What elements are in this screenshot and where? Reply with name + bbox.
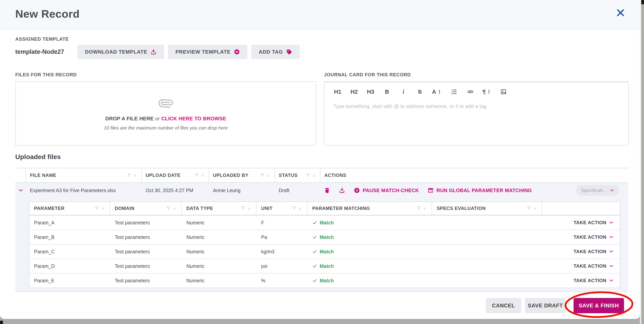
chevron-down-icon: [610, 188, 614, 193]
parameter-name-cell: Param_D: [29, 263, 110, 269]
unit-cell: psi: [256, 263, 308, 269]
sort-down-icon: [100, 206, 105, 211]
download-icon[interactable]: [339, 187, 345, 194]
upload-date-cell: Oct 30, 2025 4:27 PM: [142, 188, 209, 193]
new-record-modal: New Record ASSIGNED TEMPLATE template-No…: [0, 0, 640, 319]
col-label: FILE NAME: [30, 173, 56, 178]
image-icon: [500, 88, 507, 95]
data-type-cell: Numeric: [182, 249, 256, 255]
filter-sort-icons[interactable]: [260, 173, 270, 178]
domain-cell: Test parameters: [110, 234, 182, 240]
filter-sort-icons[interactable]: [526, 206, 537, 211]
check-icon: [312, 220, 317, 225]
italic-button[interactable]: i: [399, 88, 408, 96]
take-action-dropdown[interactable]: TAKE ACTION: [542, 220, 620, 225]
parameter-name-cell: Param_B: [29, 234, 110, 240]
col-label: STATUS: [279, 173, 298, 178]
link-button[interactable]: [466, 88, 475, 96]
specification-dropdown[interactable]: Specificati...: [576, 185, 619, 196]
col-data-type: DATA TYPE: [182, 202, 256, 215]
screen: New Record ASSIGNED TEMPLATE template-No…: [0, 0, 644, 324]
sort-down-icon: [200, 173, 205, 177]
strikethrough-button[interactable]: S: [416, 88, 424, 96]
preview-template-label: PREVIEW TEMPLATE: [176, 49, 230, 55]
pause-match-check-action[interactable]: PAUSE MATCH-CHECK: [354, 187, 419, 194]
col-file-name: FILE NAME: [26, 168, 142, 182]
matching-cell: Match: [308, 278, 432, 284]
vertical-dots-icon: ⋮: [486, 89, 491, 94]
take-action-dropdown[interactable]: TAKE ACTION: [542, 249, 620, 254]
bold-button[interactable]: B: [383, 88, 391, 96]
template-name: template-Node27: [15, 48, 78, 55]
take-action-dropdown[interactable]: TAKE ACTION: [542, 234, 620, 240]
matching-cell: Match: [308, 220, 432, 226]
col-label: PARAMETER MATCHING: [312, 206, 370, 211]
preview-template-button[interactable]: PREVIEW TEMPLATE: [168, 45, 247, 59]
filter-icon: [416, 206, 421, 211]
cancel-button[interactable]: CANCEL: [486, 298, 521, 313]
col-label: PARAMETER: [34, 206, 64, 211]
filter-icon: [127, 173, 132, 178]
file-dropzone[interactable]: DROP A FILE HERE or CLICK HERE TO BROWSE…: [15, 81, 316, 146]
filter-sort-icons[interactable]: [416, 206, 427, 211]
heading3-button[interactable]: H3: [366, 88, 375, 96]
download-template-button[interactable]: DOWNLOAD TEMPLATE: [78, 45, 164, 59]
save-and-finish-button[interactable]: SAVE & FINISH: [574, 298, 624, 313]
filter-sort-icons[interactable]: [194, 173, 205, 178]
check-icon: [312, 249, 317, 254]
journal-editor-input[interactable]: Type something, start with @ to address …: [324, 96, 628, 109]
col-specs-evaluation: SPECS EVALUATION: [432, 202, 542, 215]
browse-link[interactable]: CLICK HERE TO BROWSE: [161, 116, 226, 121]
insert-image-button[interactable]: [499, 88, 508, 96]
page-title: New Record: [15, 7, 80, 20]
matching-icon: [428, 187, 434, 194]
file-row: Experiment A3 for Five Parameters.xlsx O…: [15, 183, 628, 198]
filter-sort-icons[interactable]: [127, 173, 138, 178]
data-type-cell: Numeric: [182, 278, 256, 284]
heading1-button[interactable]: H1: [333, 88, 342, 96]
unit-cell: kg/m3: [256, 249, 308, 255]
col-label: UNIT: [261, 206, 272, 211]
take-action-dropdown[interactable]: TAKE ACTION: [542, 278, 620, 283]
parameters-table: PARAMETER DOMAIN DATA TYPE UNIT PARAMETE…: [29, 202, 620, 288]
sort-down-icon: [247, 206, 251, 211]
unit-cell: F: [256, 220, 308, 226]
filter-sort-icons[interactable]: [306, 173, 316, 178]
specification-dropdown-label: Specificati...: [581, 188, 606, 193]
parameter-name-cell: Param_C: [29, 249, 110, 255]
col-label: SPECS EVALUATION: [437, 206, 486, 211]
filter-icon: [94, 206, 99, 211]
sort-down-icon: [533, 206, 537, 211]
check-icon: [312, 278, 317, 283]
data-type-cell: Numeric: [182, 263, 256, 269]
filter-sort-icons[interactable]: [166, 206, 176, 211]
take-action-dropdown[interactable]: TAKE ACTION: [542, 263, 620, 269]
col-label: UPLOAD DATE: [146, 173, 180, 178]
heading2-button[interactable]: H2: [350, 88, 358, 96]
add-tag-button[interactable]: ADD TAG: [251, 45, 300, 59]
unit-cell: Pa: [256, 234, 308, 240]
sort-down-icon: [266, 173, 270, 177]
matching-cell: Match: [308, 249, 432, 255]
text-color-button[interactable]: A⋮: [432, 88, 442, 96]
col-label: ACTIONS: [324, 173, 346, 178]
journal-section-label: JOURNAL CARD FOR THIS RECORD: [324, 72, 629, 77]
parameter-row: Param_E Test parameters Numeric % Match …: [29, 273, 620, 288]
chevron-down-icon: [609, 220, 614, 225]
close-icon[interactable]: [616, 8, 626, 17]
row-expander-chevron[interactable]: [15, 188, 26, 193]
editor-toolbar: H1 H2 H3 B i S A⋮ ¶⋮: [324, 82, 628, 96]
filter-sort-icons[interactable]: [292, 206, 302, 211]
backdrop-edge: [640, 0, 641, 324]
run-global-parameter-matching-action[interactable]: RUN GLOBAL PARAMETER MATCHING: [428, 187, 532, 194]
delete-icon[interactable]: [324, 187, 330, 194]
modal-header: New Record: [0, 0, 640, 29]
take-action-label: TAKE ACTION: [574, 278, 606, 283]
ordered-list-button[interactable]: [450, 88, 458, 96]
text-color-label: A: [432, 89, 436, 95]
filter-sort-icons[interactable]: [94, 206, 105, 211]
paragraph-button[interactable]: ¶⋮: [482, 88, 491, 96]
parameter-row: Param_A Test parameters Numeric F Match …: [29, 215, 620, 230]
filter-sort-icons[interactable]: [241, 206, 251, 211]
save-draft-button[interactable]: SAVE DRAFT: [525, 298, 566, 313]
